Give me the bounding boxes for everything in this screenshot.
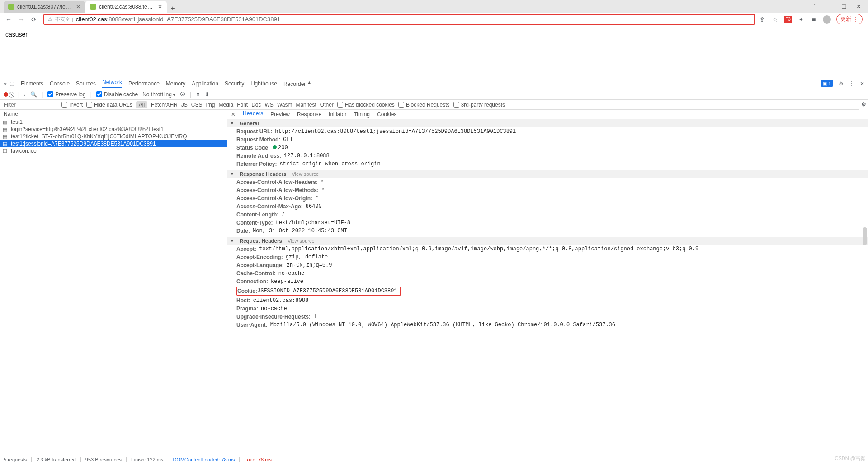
address-bar[interactable]: ⚠ 不安全 | client02.cas:8088/test1;jsession… [43, 14, 755, 25]
header-value: text/html,application/xhtml+xml,applicat… [259, 246, 698, 252]
back-button[interactable]: ← [4, 14, 14, 24]
tab-application[interactable]: Application [192, 80, 218, 87]
filter-chip[interactable]: WS [265, 102, 274, 108]
invert-checkbox[interactable]: Invert [61, 102, 83, 108]
header-row: Request Method: GET [227, 136, 868, 144]
view-source-link[interactable]: View source [292, 171, 319, 177]
filter-chip[interactable]: Doc [251, 102, 261, 108]
filter-chip-all[interactable]: All [136, 101, 147, 108]
header-key: User-Agent: [236, 322, 268, 328]
reload-button[interactable]: ⟳ [29, 14, 39, 24]
view-source-link[interactable]: View source [288, 238, 315, 244]
filter-chip[interactable]: Manifest [296, 102, 316, 108]
extension-badge[interactable]: F3 [784, 16, 792, 23]
tab-network[interactable]: Network [102, 79, 122, 88]
filter-chip[interactable]: Img [206, 102, 215, 108]
download-icon[interactable]: ⬇ [205, 91, 209, 98]
devtools-panel: ⌖ ▢ Elements Console Sources Network Per… [0, 78, 868, 463]
leaf-icon [8, 4, 14, 10]
share-icon[interactable]: ⇪ [759, 16, 766, 23]
close-icon[interactable]: ✕ [76, 4, 80, 10]
gear-icon[interactable]: ⚙ [861, 101, 866, 108]
bookmark-star-icon[interactable]: ☆ [771, 16, 778, 23]
tab-response[interactable]: Response [297, 111, 321, 118]
tab-memory[interactable]: Memory [166, 80, 185, 87]
preserve-log-checkbox[interactable]: Preserve log [47, 91, 85, 98]
filter-chip[interactable]: Media [218, 102, 233, 108]
filter-chip[interactable]: Wasm [277, 102, 292, 108]
chevron-down-icon[interactable]: ˅ [812, 3, 818, 10]
inspect-icon[interactable]: ⌖ [4, 80, 7, 87]
tab-preview[interactable]: Preview [270, 111, 290, 118]
tab-lighthouse[interactable]: Lighthouse [250, 80, 277, 87]
filter-chip[interactable]: Font [237, 102, 248, 108]
throttling-select[interactable]: No throttling ▾ [142, 91, 175, 98]
tab-timing[interactable]: Timing [354, 111, 370, 118]
disable-cache-checkbox[interactable]: Disable cache [96, 91, 138, 98]
browser-tab-1[interactable]: client01.cas:8077/test1;jsessioi ✕ [4, 1, 85, 13]
third-party-checkbox[interactable]: 3rd-party requests [453, 102, 505, 108]
tab-console[interactable]: Console [50, 80, 70, 87]
section-header[interactable]: ▼Response HeadersView source [227, 170, 868, 178]
filter-chip[interactable]: Fetch/XHR [151, 102, 178, 108]
browser-tabs: client01.cas:8077/test1;jsessioi ✕ clien… [0, 0, 178, 13]
caret-down-icon: ▼ [230, 172, 234, 176]
header-row: Referrer Policy: strict-origin-when-cros… [227, 160, 868, 168]
tab-sources[interactable]: Sources [76, 80, 96, 87]
tab-security[interactable]: Security [225, 80, 244, 87]
request-name: test1 [11, 119, 23, 125]
window-maximize-button[interactable]: ☐ [841, 3, 847, 10]
network-toolbar: ⃠ | ▿ 🔍 | Preserve log | Disable cache N… [0, 89, 868, 100]
request-name: login?service=http%3A%2F%2Fclient02.cas%… [11, 126, 164, 132]
request-row[interactable]: ▤login?service=http%3A%2F%2Fclient02.cas… [0, 126, 227, 133]
forward-button[interactable]: → [16, 14, 26, 24]
close-icon[interactable]: ✕ [231, 111, 236, 118]
scrollbar-thumb[interactable] [863, 227, 867, 245]
filter-chip[interactable]: Other [320, 102, 334, 108]
request-row[interactable]: ☐favicon.ico [0, 147, 227, 155]
upload-icon[interactable]: ⬆ [196, 91, 200, 98]
network-filter-bar: Invert Hide data URLs All Fetch/XHR JS C… [0, 100, 859, 110]
header-row: Accept-Encoding: gzip, deflate [227, 253, 868, 261]
issues-badge[interactable]: ▣ 1 [821, 80, 833, 87]
gear-icon[interactable]: ⚙ [839, 80, 844, 87]
tab-cookies[interactable]: Cookies [377, 111, 396, 118]
filter-icon[interactable]: ▿ [23, 91, 26, 98]
update-button[interactable]: 更新 ⋮ [836, 14, 863, 24]
filter-chip[interactable]: CSS [191, 102, 203, 108]
search-icon[interactable]: 🔍 [30, 91, 37, 98]
blocked-cookies-checkbox[interactable]: Has blocked cookies [337, 102, 395, 108]
filter-chip[interactable]: JS [181, 102, 188, 108]
extensions-icon[interactable]: ✦ [797, 16, 805, 23]
request-row[interactable]: ▤test1;jsessionid=A7E377525D9DA6E38DE531… [0, 140, 227, 147]
tab-performance[interactable]: Performance [128, 80, 160, 87]
close-icon[interactable]: ✕ [860, 80, 864, 87]
request-row[interactable]: ▤test1?ticket=ST-7-ohrRhr01Q-KhKYXqf1jC6… [0, 133, 227, 140]
tab-title: client02.cas:8088/test1;jsessioi [99, 4, 155, 10]
tab-elements[interactable]: Elements [21, 80, 43, 87]
toolbar-right: ⇪ ☆ F3 ✦ ≡ 更新 ⋮ [759, 14, 864, 24]
blocked-requests-checkbox[interactable]: Blocked Requests [398, 102, 450, 108]
kebab-icon[interactable]: ⋮ [849, 80, 854, 87]
request-name: test1;jsessionid=A7E377525D9DA6E38DE531A… [11, 141, 156, 147]
browser-tab-2[interactable]: client02.cas:8088/test1;jsessioi ✕ [85, 1, 167, 13]
record-button[interactable] [4, 92, 8, 97]
online-icon[interactable]: ⦿ [180, 91, 185, 98]
device-toggle-icon[interactable]: ▢ [9, 80, 14, 87]
new-tab-button[interactable]: + [167, 5, 178, 13]
window-minimize-button[interactable]: — [826, 3, 833, 10]
insecure-badge[interactable]: ⚠ 不安全 | [47, 16, 73, 23]
tab-initiator[interactable]: Initiator [329, 111, 346, 118]
hide-data-urls-checkbox[interactable]: Hide data URLs [86, 102, 132, 108]
request-row[interactable]: ▤test1 [0, 118, 227, 126]
window-close-button[interactable]: ✕ [855, 3, 862, 10]
reading-list-icon[interactable]: ≡ [810, 16, 817, 23]
tab-recorder[interactable]: Recorder ▲ [283, 80, 311, 87]
tab-headers[interactable]: Headers [243, 110, 263, 118]
filter-input[interactable] [4, 102, 58, 108]
close-icon[interactable]: ✕ [158, 4, 162, 10]
column-header-name[interactable]: Name [0, 110, 227, 118]
profile-avatar[interactable] [823, 15, 831, 24]
section-header[interactable]: ▼General [227, 119, 868, 127]
section-header[interactable]: ▼Request HeadersView source [227, 237, 868, 245]
